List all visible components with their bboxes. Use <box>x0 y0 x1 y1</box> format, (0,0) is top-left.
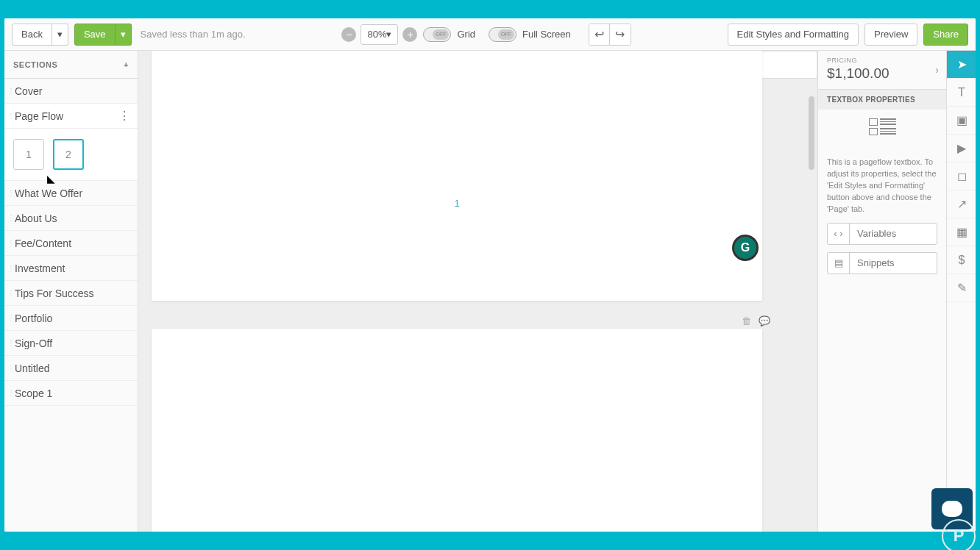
back-dropdown[interactable]: ▾ <box>52 24 68 46</box>
section-fee-content[interactable]: ⋮⋮Fee/Content <box>4 231 138 256</box>
fullscreen-label: Full Screen <box>522 29 571 40</box>
snippets-button[interactable]: ▤ Snippets <box>827 252 937 274</box>
preview-button[interactable]: Preview <box>864 24 917 46</box>
sections-sidebar: SECTIONS + ⋮⋮Cover ⋮⋮Page Flow⋮ 1 2 ⋮⋮Wh… <box>4 51 138 532</box>
video-tool-icon[interactable]: ▶ <box>947 135 976 162</box>
signature-tool-icon[interactable]: ✎ <box>947 274 976 302</box>
section-sign-off[interactable]: ⋮⋮Sign-Off <box>4 331 138 356</box>
section-investment[interactable]: ⋮⋮Investment <box>4 256 138 281</box>
properties-description: This is a pageflow textbox. To adjust it… <box>827 157 937 215</box>
back-button[interactable]: Back <box>12 24 52 46</box>
shape-tool-icon[interactable]: ◻ <box>947 162 976 190</box>
canvas[interactable]: Body▼ 17▼ 💧 B I U S x2 x2 ≡▼ ≡▼ ⋮≡▼ ⋮≡▼ … <box>138 51 817 532</box>
section-page-flow[interactable]: ⋮⋮Page Flow⋮ <box>4 104 138 129</box>
pricing-tool-icon[interactable]: $ <box>947 246 976 274</box>
grid-label: Grid <box>457 29 475 40</box>
save-button-group: Save ▾ <box>74 24 132 46</box>
pricing-chevron-icon[interactable]: › <box>935 64 939 76</box>
save-status: Saved less than 1m ago. <box>141 29 246 40</box>
tool-rail: ➤ T ▣ ▶ ◻ ↗ ▦ $ ✎ <box>946 51 976 532</box>
pricing-block[interactable]: PRICING $1,100.00 › <box>818 51 946 90</box>
snippets-icon: ▤ <box>828 253 850 274</box>
pointer-tool-icon[interactable]: ➤ <box>947 51 976 79</box>
undo-button[interactable]: ↩ <box>589 24 610 45</box>
redo-button[interactable]: ↪ <box>610 24 631 45</box>
save-button[interactable]: Save <box>74 24 116 46</box>
page-actions: 🗑 💬 <box>742 315 770 326</box>
page-2[interactable]: Click to add c... <box>152 329 762 532</box>
edit-styles-button[interactable]: Edit Styles and Formatting <box>728 24 859 46</box>
undo-redo: ↩ ↪ <box>589 24 631 46</box>
grammarly-icon[interactable]: G <box>732 235 759 261</box>
page-number: 1 <box>454 198 459 209</box>
app-window: Back ▾ Save ▾ Saved less than 1m ago. − … <box>4 18 976 532</box>
page-1[interactable]: 1 <box>152 51 762 301</box>
right-panel: PRICING $1,100.00 › TEXTBOX PROPERTIES T… <box>817 51 946 532</box>
brand-watermark-icon: P <box>942 519 976 550</box>
topbar: Back ▾ Save ▾ Saved less than 1m ago. − … <box>4 18 976 51</box>
back-button-group: Back ▾ <box>12 24 68 46</box>
share-button[interactable]: Share <box>923 24 968 46</box>
variables-button[interactable]: ‹ › Variables <box>827 223 937 245</box>
pricing-label: PRICING <box>827 57 937 64</box>
table-tool-icon[interactable]: ▦ <box>947 218 976 246</box>
text-tool-icon[interactable]: T <box>947 79 976 107</box>
page-thumbnails: 1 2 <box>4 129 138 181</box>
page-thumb-2[interactable]: 2 <box>53 139 84 170</box>
pricing-value: $1,100.00 <box>827 65 937 82</box>
section-what-we-offer[interactable]: ⋮⋮What We Offer <box>4 181 138 206</box>
section-untitled[interactable]: ⋮⋮Untitled <box>4 356 138 381</box>
comment-page-icon[interactable]: 💬 <box>759 315 770 326</box>
line-tool-icon[interactable]: ↗ <box>947 190 976 218</box>
add-section-icon[interactable]: + <box>124 60 129 69</box>
zoom-out-button[interactable]: − <box>341 27 356 42</box>
properties-body: This is a pageflow textbox. To adjust it… <box>818 110 946 283</box>
fullscreen-toggle[interactable]: OFF <box>489 27 516 42</box>
image-tool-icon[interactable]: ▣ <box>947 107 976 135</box>
sections-title: SECTIONS <box>13 60 57 69</box>
save-dropdown[interactable]: ▾ <box>116 24 132 46</box>
section-menu-icon[interactable]: ⋮ <box>118 109 130 123</box>
sections-header: SECTIONS + <box>4 51 138 79</box>
page-thumb-1[interactable]: 1 <box>13 139 44 170</box>
zoom-in-button[interactable]: + <box>402 27 417 42</box>
section-portfolio[interactable]: ⋮⋮Portfolio <box>4 306 138 331</box>
properties-header: TEXTBOX PROPERTIES <box>818 90 946 110</box>
grid-toggle[interactable]: OFF <box>423 27 451 42</box>
section-tips[interactable]: ⋮⋮Tips For Success <box>4 281 138 306</box>
delete-page-icon[interactable]: 🗑 <box>742 315 751 326</box>
section-cover[interactable]: ⋮⋮Cover <box>4 79 138 104</box>
main-area: SECTIONS + ⋮⋮Cover ⋮⋮Page Flow⋮ 1 2 ⋮⋮Wh… <box>4 51 976 532</box>
textbox-icon <box>865 118 899 149</box>
variables-icon: ‹ › <box>828 224 850 244</box>
section-scope-1[interactable]: ⋮⋮Scope 1 <box>4 381 138 406</box>
scrollbar[interactable] <box>809 96 814 170</box>
zoom-value[interactable]: 80% ▾ <box>361 24 398 45</box>
zoom-controls: − 80% ▾ + <box>341 24 417 45</box>
section-about-us[interactable]: ⋮⋮About Us <box>4 206 138 231</box>
